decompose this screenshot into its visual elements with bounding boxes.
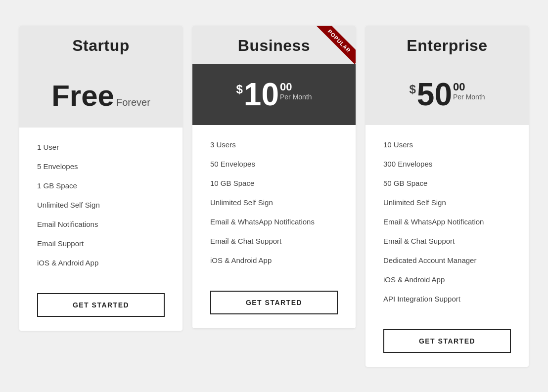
feature-item: 10 Users [383,135,511,154]
features-section-enterprise: 10 Users300 Envelopes50 GB SpaceUnlimite… [365,125,529,320]
cta-section-business: GET STARTED [192,282,356,328]
price-amount-business: $ 10 00 Per Month [236,79,312,110]
price-free: Free [51,79,114,113]
feature-item: 300 Envelopes [383,154,511,174]
feature-item: iOS & Android App [383,270,511,289]
plan-title-business: Business [238,37,310,54]
price-period: Per Month [280,92,312,102]
price-free-sub: Forever [116,97,150,108]
feature-item: 5 Envelopes [37,157,165,176]
feature-item: Email & WhatsApp Notifications [210,212,338,231]
feature-item: Email Support [37,234,165,253]
feature-item: Email & WhatsApp Notification [383,212,511,231]
cta-button-enterprise[interactable]: GET STARTED [383,329,511,353]
feature-item: Unlimited Self Sign [37,195,165,215]
popular-ribbon: POPULAR [316,26,356,64]
feature-item: 50 GB Space [383,174,511,193]
price-number: 10 [244,79,279,110]
plan-card-business: POPULAR Business $ 10 00 Per Month 3 Use… [192,26,356,328]
feature-item: Email & Chat Support [210,231,338,251]
feature-item: Email Notifications [37,215,165,234]
feature-item: iOS & Android App [210,251,338,270]
price-dollar: $ [236,83,242,96]
feature-item: Email & Chat Support [383,231,511,251]
cta-section-enterprise: GET STARTED [365,320,529,367]
price-cents: 00 [280,82,292,92]
feature-item: 1 GB Space [37,176,165,195]
plan-header-startup: Startup [19,26,183,64]
feature-item: 10 GB Space [210,174,338,193]
plan-title-enterprise: Enterprise [407,37,487,54]
plan-card-startup: Startup FreeForever 1 User5 Envelopes1 G… [19,26,183,331]
feature-item: 50 Envelopes [210,154,338,174]
feature-item: 3 Users [210,135,338,154]
features-section-startup: 1 User5 Envelopes1 GB SpaceUnlimited Sel… [19,128,183,284]
feature-item: Unlimited Self Sign [210,193,338,212]
cta-button-business[interactable]: GET STARTED [210,291,338,314]
feature-item: 1 User [37,137,165,157]
features-section-business: 3 Users50 Envelopes10 GB SpaceUnlimited … [192,125,356,282]
price-section-business: $ 10 00 Per Month [192,64,356,125]
popular-ribbon-wrapper: POPULAR [311,26,356,70]
feature-item: Dedicated Account Manager [383,251,511,270]
price-section-startup: FreeForever [19,64,183,128]
plan-header-enterprise: Enterprise [365,26,529,64]
price-section-enterprise: $ 50 00 Per Month [365,64,529,125]
plan-card-enterprise: Enterprise $ 50 00 Per Month 10 Users300… [365,26,529,367]
cta-button-startup[interactable]: GET STARTED [37,293,165,317]
cta-section-startup: GET STARTED [19,284,183,331]
price-number: 50 [417,79,452,110]
price-sup: 00 Per Month [280,82,312,102]
price-dollar: $ [409,83,415,96]
price-sup: 00 Per Month [453,82,485,102]
price-cents: 00 [453,82,465,92]
pricing-container: Startup FreeForever 1 User5 Envelopes1 G… [12,16,536,377]
plan-title-startup: Startup [72,37,130,54]
feature-item: API Integration Support [383,289,511,308]
price-period: Per Month [453,92,485,102]
feature-item: iOS & Android App [37,253,165,272]
feature-item: Unlimited Self Sign [383,193,511,212]
price-amount-enterprise: $ 50 00 Per Month [409,79,485,110]
